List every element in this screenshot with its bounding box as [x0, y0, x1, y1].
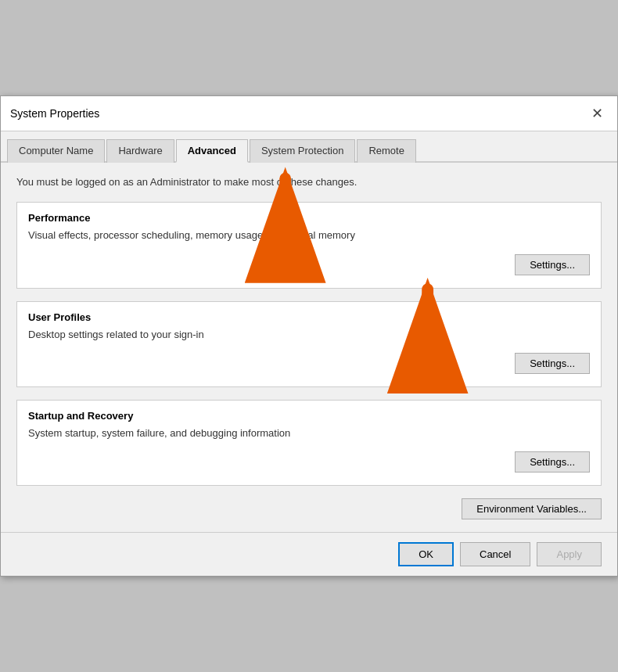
- tab-advanced[interactable]: Advanced: [176, 139, 248, 163]
- admin-info-text: You must be logged on as an Administrato…: [16, 175, 602, 189]
- user-profiles-section: User Profiles Desktop settings related t…: [16, 301, 602, 387]
- performance-description: Visual effects, processor scheduling, me…: [28, 228, 590, 243]
- startup-recovery-settings-button[interactable]: Settings...: [515, 451, 590, 473]
- tab-bar: Computer Name Hardware Advanced System P…: [1, 131, 617, 163]
- cancel-button[interactable]: Cancel: [460, 542, 530, 566]
- title-bar: System Properties ✕: [1, 96, 617, 131]
- content-area: PL You must be logged on as an Administr…: [1, 163, 617, 532]
- ok-button[interactable]: OK: [398, 542, 454, 566]
- tab-system-protection[interactable]: System Protection: [250, 139, 356, 163]
- apply-button[interactable]: Apply: [537, 542, 602, 566]
- close-button[interactable]: ✕: [586, 102, 608, 124]
- system-properties-window: System Properties ✕ Computer Name Hardwa…: [0, 95, 618, 577]
- tab-computer-name[interactable]: Computer Name: [7, 139, 105, 163]
- user-profiles-settings-button[interactable]: Settings...: [515, 353, 590, 374]
- startup-recovery-section: Startup and Recovery System startup, sys…: [16, 400, 602, 486]
- performance-title: Performance: [28, 212, 590, 224]
- footer-bar: OK Cancel Apply: [1, 532, 617, 576]
- startup-recovery-description: System startup, system failure, and debu…: [28, 426, 590, 440]
- window-title: System Properties: [10, 107, 99, 120]
- environment-variables-button[interactable]: Environment Variables...: [462, 498, 602, 519]
- user-profiles-description: Desktop settings related to your sign-in: [28, 328, 590, 342]
- performance-settings-button[interactable]: Settings...: [515, 254, 590, 275]
- tab-remote[interactable]: Remote: [357, 139, 416, 163]
- user-profiles-title: User Profiles: [28, 311, 590, 323]
- startup-recovery-title: Startup and Recovery: [28, 410, 590, 422]
- performance-section: Performance Visual effects, processor sc…: [16, 202, 602, 288]
- tab-hardware[interactable]: Hardware: [106, 139, 174, 163]
